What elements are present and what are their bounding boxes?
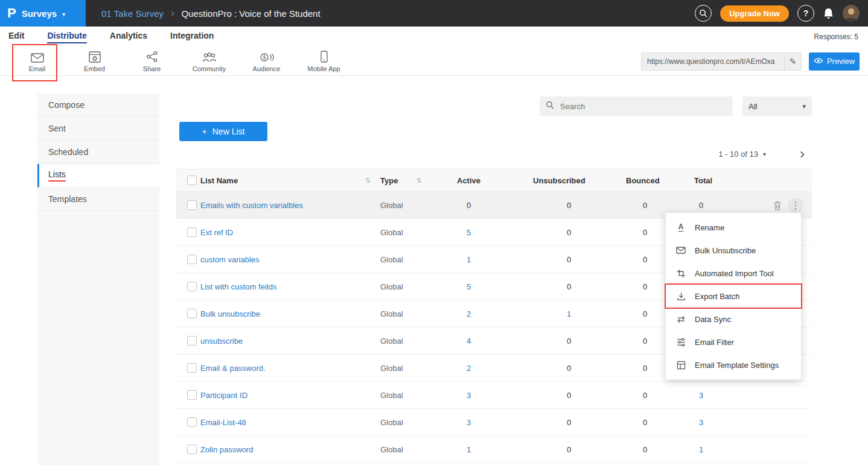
- plus-icon: +: [202, 127, 207, 136]
- sidebar-item-lists[interactable]: Lists: [37, 164, 159, 188]
- tab-integration[interactable]: Integration: [170, 31, 214, 43]
- sidebar-item-label: Lists: [48, 169, 66, 182]
- upgrade-now-button[interactable]: Upgrade Now: [720, 5, 789, 22]
- next-page-icon[interactable]: ›: [800, 147, 805, 161]
- active-count[interactable]: 2: [457, 364, 533, 373]
- delete-icon[interactable]: [773, 201, 782, 210]
- sort-icon[interactable]: ⇅: [365, 177, 371, 185]
- list-name-link[interactable]: Ext ref ID: [200, 228, 233, 237]
- row-checkbox[interactable]: [187, 309, 197, 318]
- sidebar-item-templates[interactable]: Templates: [37, 188, 159, 211]
- list-name-link[interactable]: Zolin password: [200, 445, 253, 454]
- list-name-link[interactable]: Emails with custom varialbles: [200, 201, 303, 210]
- search-input[interactable]: [559, 101, 727, 112]
- tab-bar: Edit Distribute Analytics Integration Re…: [0, 27, 868, 47]
- menu-item-automated-import-tool[interactable]: Automated Import Tool: [666, 262, 801, 285]
- sort-icon[interactable]: ⇅: [416, 177, 421, 185]
- list-name-link[interactable]: Email & password.: [200, 364, 266, 373]
- list-name-link[interactable]: Email-List-48: [200, 418, 246, 427]
- table-row[interactable]: Email-List-48 Global 3 0 0 3 ⋮: [176, 409, 812, 436]
- table-row[interactable]: Participant ID Global 3 0 0 3 ⋮: [176, 382, 812, 409]
- tab-edit[interactable]: Edit: [8, 31, 24, 43]
- sidebar-item-scheduled[interactable]: Scheduled: [37, 141, 159, 164]
- active-count[interactable]: 3: [457, 391, 533, 400]
- survey-url-field[interactable]: https://www.questionpro.com/t/AEmOxa ✎: [641, 52, 802, 71]
- sidebar-item-label: Compose: [48, 100, 85, 110]
- row-checkbox[interactable]: [187, 200, 197, 210]
- header-type: Type: [380, 176, 398, 185]
- toolbar-item-label: Mobile App: [307, 65, 340, 72]
- list-name-link[interactable]: Bulk unsubscribe: [200, 309, 260, 318]
- active-count[interactable]: 5: [457, 282, 533, 291]
- bulk-unsubscribe-icon: [676, 247, 686, 254]
- rename-icon: A: [676, 223, 686, 232]
- active-count[interactable]: 1: [457, 255, 533, 264]
- row-checkbox[interactable]: [187, 417, 197, 427]
- sidebar-item-compose[interactable]: Compose: [37, 93, 159, 117]
- active-count[interactable]: 5: [457, 228, 533, 237]
- list-name-link[interactable]: Participant ID: [200, 391, 247, 400]
- toolbar-item-mobile-app[interactable]: Mobile App: [295, 47, 353, 76]
- edit-url-pencil-icon[interactable]: ✎: [784, 53, 801, 70]
- menu-item-rename[interactable]: A Rename: [666, 216, 801, 239]
- breadcrumb-survey-link[interactable]: 01 Take Survey: [101, 8, 164, 19]
- preview-button[interactable]: Preview: [809, 52, 860, 71]
- list-name-link[interactable]: custom variables: [200, 255, 260, 264]
- row-checkbox[interactable]: [187, 282, 197, 291]
- row-checkbox[interactable]: [187, 227, 197, 237]
- pagination: 1 - 10 of 13 ▾ ›: [176, 147, 812, 161]
- list-name-link[interactable]: unsubscribe: [200, 337, 243, 346]
- sidebar-item-label: Scheduled: [48, 147, 88, 157]
- list-type: Global: [380, 391, 457, 400]
- unsubscribed-count: 0: [533, 282, 626, 291]
- table-row[interactable]: Zolin password Global 1 0 0 1 ⋮: [176, 436, 812, 463]
- email-sidebar: Compose Sent Scheduled Lists Templates: [37, 93, 159, 465]
- row-menu-kebab-icon[interactable]: ⋮: [788, 198, 803, 214]
- row-checkbox[interactable]: [187, 336, 197, 346]
- menu-item-label: Email Template Settings: [695, 361, 779, 370]
- header-list-name: List Name: [200, 176, 238, 185]
- row-checkbox[interactable]: [187, 363, 197, 373]
- breadcrumb-separator-icon: ›: [171, 8, 174, 19]
- row-context-menu: A Rename Bulk Unsubscribe Automated Impo…: [665, 212, 802, 380]
- toolbar-item-share[interactable]: Share: [123, 47, 180, 76]
- tab-analytics[interactable]: Analytics: [110, 31, 147, 43]
- active-count[interactable]: 2: [457, 309, 533, 318]
- menu-item-data-sync[interactable]: Data Sync: [666, 308, 801, 331]
- search-icon[interactable]: [695, 5, 712, 22]
- toolbar-item-embed[interactable]: Embed: [66, 47, 123, 76]
- toolbar-item-email[interactable]: Email: [8, 47, 66, 76]
- pagination-caret-icon[interactable]: ▾: [763, 151, 766, 157]
- active-count[interactable]: 3: [457, 418, 533, 427]
- help-icon[interactable]: ?: [797, 5, 814, 22]
- menu-item-export-batch[interactable]: Export Batch: [666, 285, 801, 308]
- menu-item-email-filter[interactable]: Email Filter: [666, 331, 801, 353]
- total-count[interactable]: 3: [694, 391, 812, 400]
- active-count[interactable]: 1: [457, 445, 533, 454]
- toolbar-item-community[interactable]: Community: [180, 47, 238, 76]
- active-count[interactable]: 4: [457, 337, 533, 346]
- row-checkbox[interactable]: [187, 390, 197, 400]
- total-count[interactable]: 3: [694, 418, 812, 427]
- list-filter-dropdown[interactable]: All ▾: [742, 96, 812, 116]
- email-template-settings-icon: [676, 361, 686, 370]
- new-list-button[interactable]: + New List: [179, 122, 267, 141]
- notifications-bell-icon[interactable]: [823, 7, 834, 20]
- list-type: Global: [380, 364, 457, 373]
- unsubscribed-count[interactable]: 1: [533, 309, 626, 318]
- row-checkbox[interactable]: [187, 255, 197, 264]
- toolbar-item-audience[interactable]: $ Audience: [238, 47, 295, 76]
- list-type: Global: [380, 445, 457, 454]
- sidebar-item-sent[interactable]: Sent: [37, 117, 159, 141]
- tab-distribute[interactable]: Distribute: [47, 31, 86, 43]
- user-avatar[interactable]: [843, 5, 860, 22]
- list-name-link[interactable]: List with custom feilds: [200, 282, 276, 291]
- row-checkbox[interactable]: [187, 444, 197, 454]
- menu-item-bulk-unsubscribe[interactable]: Bulk Unsubscribe: [666, 239, 801, 262]
- distribute-toolbar: Email Embed Share Community $ Audience: [0, 47, 868, 76]
- surveys-menu-button[interactable]: P Surveys ▾: [0, 0, 86, 27]
- menu-item-email-template-settings[interactable]: Email Template Settings: [666, 353, 801, 376]
- total-count[interactable]: 1: [694, 445, 812, 454]
- toolbar-item-label: Email: [29, 65, 46, 72]
- select-all-checkbox[interactable]: [187, 176, 197, 185]
